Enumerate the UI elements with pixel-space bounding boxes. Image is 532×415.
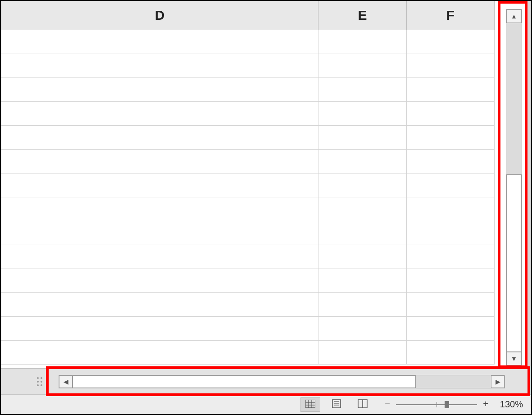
cell[interactable] [407,101,495,125]
caret-down-icon: ▼ [511,355,517,362]
cell[interactable] [318,101,407,125]
table-row [1,197,495,221]
column-header-row: D E F [1,1,495,30]
vertical-scroll-thumb[interactable] [506,174,522,352]
table-row [1,101,495,125]
cell[interactable] [318,292,407,316]
cell[interactable] [407,316,495,340]
cell[interactable] [318,125,407,149]
cell-grid[interactable]: D E F [1,1,494,368]
cell[interactable] [318,78,407,101]
caret-up-icon: ▲ [511,13,517,20]
cell[interactable] [1,340,318,364]
svg-rect-5 [332,400,341,408]
vertical-scroll-track[interactable] [506,23,522,352]
caret-right-icon: ▶ [496,378,500,385]
scroll-right-button[interactable]: ▶ [491,375,505,388]
scroll-down-button[interactable]: ▼ [506,352,522,365]
cell[interactable] [1,316,318,340]
table-row [1,30,495,54]
cell[interactable] [318,340,407,364]
vertical-scrollbar[interactable]: ▲ ▼ [506,9,522,366]
table-row [1,269,495,292]
cell[interactable] [407,54,495,78]
zoom-in-button[interactable]: + [481,400,491,410]
cell[interactable] [1,197,318,221]
cell[interactable] [318,245,407,269]
spreadsheet-window: D E F ▲ ▼ ◀ [0,0,532,415]
zoom-level-label[interactable]: 130% [494,399,523,410]
cell[interactable] [1,101,318,125]
zoom-slider-center-tick [437,402,437,407]
table-row [1,78,495,101]
table-row [1,340,495,364]
zoom-slider-handle[interactable] [445,401,449,408]
cell[interactable] [1,269,318,292]
column-header-d[interactable]: D [1,1,318,30]
cell[interactable] [318,30,407,54]
cell[interactable] [407,78,495,101]
cell[interactable] [407,173,495,197]
cell[interactable] [318,316,407,340]
cell[interactable] [318,173,407,197]
svg-rect-0 [305,400,315,408]
cell[interactable] [407,149,495,173]
page-break-icon [358,399,368,410]
sheet-tab-strip: ◀ ▶ [1,368,530,394]
cell[interactable] [1,78,318,101]
horizontal-scroll-track[interactable] [73,375,491,388]
horizontal-scrollbar[interactable]: ◀ ▶ [59,375,505,388]
column-header-f[interactable]: F [407,1,495,30]
cell[interactable] [318,149,407,173]
right-gutter [527,1,531,414]
zoom-slider[interactable] [396,400,477,409]
caret-left-icon: ◀ [64,378,68,385]
cell[interactable] [407,292,495,316]
grid-view-icon [305,400,315,410]
view-page-layout-button[interactable] [327,397,346,412]
column-header-e[interactable]: E [318,1,407,30]
cell[interactable] [1,221,318,245]
table-row [1,173,495,197]
table-row [1,292,495,316]
table-row [1,54,495,78]
cell[interactable] [318,197,407,221]
cell[interactable] [1,125,318,149]
table-row [1,125,495,149]
zoom-controls: − + 130% [382,399,523,410]
page-layout-icon [332,399,341,410]
status-bar: − + 130% [1,394,531,414]
cell[interactable] [318,269,407,292]
cell[interactable] [1,173,318,197]
cell[interactable] [407,125,495,149]
cell[interactable] [407,269,495,292]
sheet-table: D E F [1,1,495,365]
cell[interactable] [318,221,407,245]
table-row [1,221,495,245]
cell[interactable] [1,30,318,54]
table-row [1,316,495,340]
cell[interactable] [318,54,407,78]
cell[interactable] [407,340,495,364]
cell[interactable] [1,292,318,316]
view-normal-button[interactable] [300,397,320,412]
cell[interactable] [407,30,495,54]
cell[interactable] [1,54,318,78]
table-row [1,245,495,269]
scroll-up-button[interactable]: ▲ [506,9,522,23]
scroll-left-button[interactable]: ◀ [59,375,73,388]
table-row [1,149,495,173]
tab-splitter-grip[interactable] [36,375,43,388]
zoom-out-button[interactable]: − [382,400,392,410]
cell[interactable] [1,245,318,269]
cell[interactable] [407,197,495,221]
cell[interactable] [407,245,495,269]
view-page-break-button[interactable] [353,397,373,412]
horizontal-scroll-thumb[interactable] [73,375,416,388]
cell[interactable] [1,149,318,173]
cell[interactable] [407,221,495,245]
